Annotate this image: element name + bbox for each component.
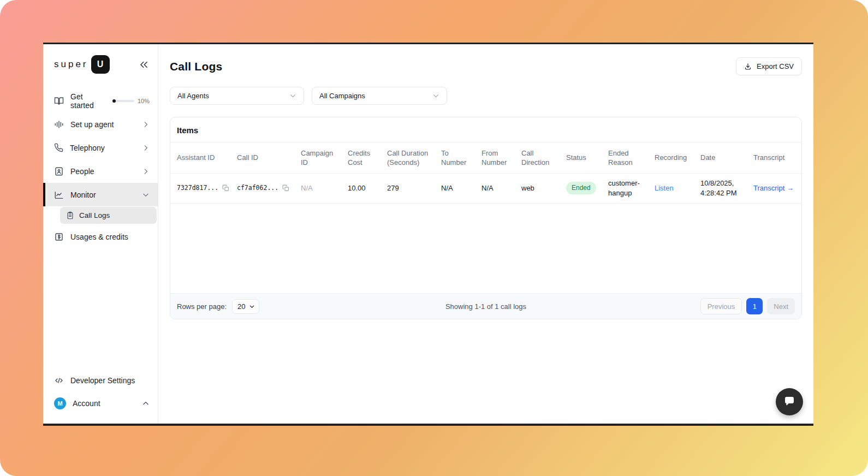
col-recording: Recording (650, 142, 696, 173)
from-number-cell: N/A (477, 173, 517, 203)
credits-cost-cell: 10.00 (343, 173, 383, 203)
col-call-id: Call ID (233, 142, 296, 173)
sidebar-item-call-logs[interactable]: Call Logs (60, 207, 157, 224)
person-card-icon (54, 166, 64, 176)
sidebar-item-monitor[interactable]: Monitor (43, 183, 158, 206)
listen-link[interactable]: Listen (655, 184, 674, 192)
sidebar-item-label: Usages & credits (70, 233, 128, 241)
sidebar-item-label: Account (73, 399, 100, 408)
col-call-duration: Call Duration (Seconds) (383, 142, 437, 173)
recording-cell: Listen (650, 173, 696, 203)
chevron-up-icon (142, 400, 150, 407)
sidebar-item-developer-settings[interactable]: Developer Settings (54, 369, 150, 392)
agents-filter-select[interactable]: All Agents (170, 87, 304, 105)
table-footer: Rows per page: 20 Showing 1-1 of 1 call … (170, 293, 801, 319)
sidebar-item-label: Developer Settings (70, 376, 135, 385)
results-summary: Showing 1-1 of 1 call logs (445, 302, 526, 311)
transcript-link[interactable]: Transcript → (753, 184, 794, 192)
ended-reason-cell: customer-hangup (604, 173, 650, 203)
sidebar-footer: Developer Settings M Account (43, 365, 158, 424)
download-icon (744, 63, 752, 70)
call-id-cell: cf7af062... (233, 173, 296, 203)
sidebar-item-label: Telephony (70, 144, 105, 152)
date-cell: 10/8/2025, 4:28:42 PM (696, 173, 749, 203)
chevron-down-icon (432, 92, 439, 99)
rows-per-page-label: Rows per page: (177, 302, 227, 311)
call-duration-cell: 279 (383, 173, 437, 203)
collapse-sidebar-icon[interactable] (139, 59, 149, 70)
status-cell: Ended (562, 173, 604, 203)
sidebar-item-set-up-agent[interactable]: Set up agent (43, 112, 158, 136)
current-page-button[interactable]: 1 (746, 298, 763, 314)
chevron-down-icon (249, 304, 255, 310)
progress-bar (112, 100, 134, 102)
sidebar-item-label: Call Logs (79, 211, 110, 219)
export-csv-button[interactable]: Export CSV (736, 57, 802, 75)
page-title: Call Logs (170, 60, 222, 73)
call-id-value: cf7af062... (237, 184, 278, 193)
items-card: Items Assistant ID Call ID Campaign ID C… (170, 117, 802, 319)
avatar: M (54, 397, 66, 409)
chevron-down-icon (289, 92, 296, 99)
rows-per-page-select[interactable]: 20 (232, 299, 259, 314)
page-header: Call Logs Export CSV (170, 57, 802, 75)
chevron-down-icon (142, 191, 150, 199)
rows-per-page-value: 20 (237, 302, 245, 311)
sidebar-item-label: People (70, 167, 94, 176)
sidebar-item-label: Monitor (70, 191, 96, 199)
col-ended-reason: Ended Reason (604, 142, 650, 173)
assistant-id-cell: 7327d817... (170, 173, 233, 203)
chat-widget-button[interactable] (776, 388, 803, 415)
campaign-id-cell: N/A (296, 173, 343, 203)
col-assistant-id: Assistant ID (170, 142, 233, 173)
sidebar-item-telephony[interactable]: Telephony (43, 136, 158, 159)
export-csv-label: Export CSV (757, 62, 794, 70)
call-direction-cell: web (517, 173, 562, 203)
campaigns-filter-select[interactable]: All Campaigns (312, 87, 447, 105)
chart-icon (54, 190, 64, 200)
col-from-number: From Number (477, 142, 517, 173)
table-header-row: Assistant ID Call ID Campaign ID Credits… (170, 142, 801, 173)
main-content: Call Logs Export CSV All Agents All Camp… (158, 44, 813, 424)
table-row: 7327d817... cf7af062... (170, 173, 801, 203)
get-started-progress: 10% (112, 98, 150, 104)
sidebar-item-people[interactable]: People (43, 159, 158, 183)
dollar-icon (54, 232, 64, 242)
logo: super U (43, 44, 158, 74)
chat-bubble-icon (783, 395, 796, 408)
arrow-right-icon: → (787, 184, 794, 192)
status-badge: Ended (566, 182, 596, 194)
chevron-right-icon (142, 144, 150, 152)
chevron-right-icon (142, 121, 150, 128)
progress-fill (112, 99, 116, 103)
next-page-button[interactable]: Next (767, 298, 795, 314)
previous-page-button[interactable]: Previous (700, 298, 742, 314)
clipboard-icon (66, 211, 74, 219)
progress-percent: 10% (138, 98, 150, 104)
sidebar-item-usages-credits[interactable]: Usages & credits (43, 225, 158, 248)
col-transcript: Transcript (749, 142, 801, 173)
book-icon (54, 96, 64, 106)
pagination-controls: Previous 1 Next (700, 298, 795, 314)
rows-per-page: Rows per page: 20 (177, 299, 259, 314)
filters-row: All Agents All Campaigns (170, 87, 802, 105)
assistant-id-value: 7327d817... (177, 184, 218, 193)
agents-filter-value: All Agents (177, 92, 209, 100)
col-credits-cost: Credits Cost (343, 142, 383, 173)
app-window: super U Get started 10% S (43, 43, 813, 426)
copy-icon[interactable] (282, 185, 289, 192)
sidebar-item-label: Set up agent (70, 120, 114, 129)
waveform-icon (54, 120, 64, 129)
sidebar-nav: Get started 10% Set up agent (43, 89, 158, 365)
transcript-cell: Transcript → (749, 173, 801, 203)
col-status: Status (562, 142, 604, 173)
code-icon (54, 376, 64, 385)
chevron-right-icon (142, 168, 150, 175)
col-call-direction: Call Direction (517, 142, 562, 173)
sidebar-item-account[interactable]: M Account (54, 392, 150, 415)
logo-badge: U (91, 55, 110, 74)
sidebar-item-get-started[interactable]: Get started 10% (43, 89, 158, 112)
copy-icon[interactable] (222, 185, 229, 192)
to-number-cell: N/A (437, 173, 477, 203)
phone-icon (54, 143, 63, 152)
